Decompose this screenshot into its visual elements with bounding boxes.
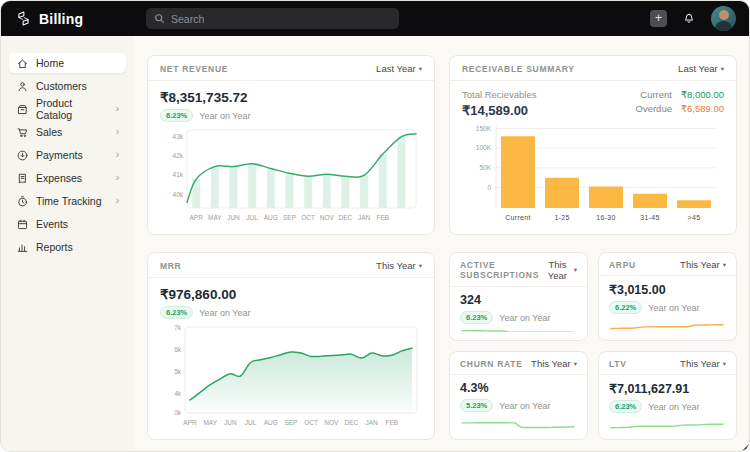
- sidebar-item-customers[interactable]: Customers: [9, 76, 126, 96]
- svg-text:JUL: JUL: [246, 214, 258, 221]
- sidebar-item-payments[interactable]: Payments›: [9, 145, 126, 165]
- ltv-sparkline: [609, 419, 726, 431]
- chevron-down-icon: ▾: [723, 360, 726, 368]
- card-title: MRR: [160, 261, 181, 271]
- period-label: Last Year: [678, 63, 718, 74]
- svg-text:SEP: SEP: [284, 419, 297, 426]
- svg-text:JUN: JUN: [224, 419, 237, 426]
- svg-text:6k: 6k: [174, 346, 182, 353]
- chevron-right-icon: ›: [116, 173, 119, 183]
- card-title: LTV: [609, 359, 627, 369]
- current-label: Current: [640, 89, 672, 100]
- yoy-label: Year on Year: [499, 313, 550, 323]
- period-dropdown[interactable]: This Year ▾: [680, 358, 726, 369]
- chevron-down-icon: ▾: [574, 360, 577, 368]
- period-label: This Year: [544, 259, 571, 281]
- total-receivables-label: Total Recievables: [462, 89, 536, 100]
- card-title: RECEIVABLE SUMMARY: [462, 64, 575, 74]
- period-label: This Year: [680, 259, 720, 270]
- sidebar-item-time-tracking[interactable]: Time Tracking›: [9, 191, 126, 211]
- overdue-value: ₹6,589.00: [681, 103, 724, 114]
- period-dropdown[interactable]: Last Year ▾: [376, 63, 422, 74]
- yoy-badge: 6.23%: [460, 311, 493, 324]
- card-arpu: ARPU This Year ▾ ₹3,015.00 6.22% Year on…: [598, 252, 737, 341]
- chevron-down-icon: ▾: [574, 266, 577, 274]
- period-dropdown[interactable]: Last Year ▾: [678, 63, 724, 74]
- svg-text:FEB: FEB: [376, 214, 389, 221]
- svg-text:DEC: DEC: [345, 419, 359, 426]
- total-receivables-value: ₹14,589.00: [462, 103, 536, 118]
- period-dropdown[interactable]: This Year ▾: [531, 358, 577, 369]
- dashboard: NET REVENUE Last Year ▾ ₹8,351,735.72 6.…: [134, 36, 749, 451]
- chevron-right-icon: ›: [116, 127, 119, 137]
- sidebar-item-home[interactable]: Home: [9, 53, 126, 73]
- product-catalog-icon: [16, 103, 29, 116]
- svg-text:0k: 0k: [174, 409, 182, 416]
- yoy-badge: 6.23%: [160, 306, 193, 319]
- svg-text:MAY: MAY: [203, 419, 217, 426]
- reports-icon: [16, 241, 29, 254]
- card-net-revenue: NET REVENUE Last Year ▾ ₹8,351,735.72 6.…: [147, 55, 435, 235]
- app-title: Billing: [39, 11, 83, 27]
- svg-text:1-25: 1-25: [554, 214, 569, 221]
- topbar: Billing +: [1, 1, 749, 36]
- metric-value: ₹3,015.00: [609, 282, 726, 297]
- yoy-label: Year on Year: [648, 402, 699, 412]
- mrr-chart: 7k6k5k4k0kAPRMAYJUNJULAUGSEPOCTNOVDECJAN…: [160, 321, 422, 433]
- svg-text:42k: 42k: [173, 152, 184, 159]
- svg-text:41k: 41k: [173, 171, 184, 178]
- period-dropdown[interactable]: This Year ▾: [680, 259, 726, 270]
- churn-rate-sparkline: [460, 418, 577, 431]
- sidebar-item-label: Time Tracking: [36, 195, 102, 207]
- sidebar-item-reports[interactable]: Reports: [9, 237, 126, 257]
- yoy-label: Year on Year: [648, 303, 699, 313]
- search-icon: [154, 13, 165, 24]
- chevron-down-icon: ▾: [721, 65, 724, 73]
- app-window: Billing + HomeCustomersProduct Catalog›S…: [0, 0, 750, 452]
- user-avatar[interactable]: [711, 6, 736, 31]
- sidebar-item-sales[interactable]: Sales›: [9, 122, 126, 142]
- sidebar-item-label: Expenses: [36, 172, 82, 184]
- chevron-down-icon: ▾: [419, 262, 422, 270]
- period-dropdown[interactable]: This Year ▾: [544, 259, 577, 281]
- svg-text:JUN: JUN: [227, 214, 240, 221]
- svg-text:Current: Current: [505, 214, 530, 221]
- metric-value: 4.3%: [460, 381, 577, 395]
- card-title: CHURN RATE: [460, 359, 523, 369]
- yoy-badge: 6.22%: [609, 301, 642, 314]
- svg-text:FEB: FEB: [385, 419, 398, 426]
- svg-text:MAY: MAY: [208, 214, 222, 221]
- svg-text:JAN: JAN: [358, 214, 371, 221]
- sidebar-item-events[interactable]: Events: [9, 214, 126, 234]
- svg-text:AUG: AUG: [264, 214, 278, 221]
- svg-text:>45: >45: [688, 214, 701, 221]
- sidebar-item-label: Product Catalog: [36, 97, 109, 121]
- sidebar-item-label: Sales: [36, 126, 62, 138]
- home-icon: [16, 57, 29, 70]
- sidebar-item-label: Customers: [36, 80, 87, 92]
- yoy-label: Year on Year: [499, 401, 550, 411]
- metric-value: ₹8,351,735.72: [160, 89, 422, 105]
- period-label: Last Year: [376, 63, 416, 74]
- search-input[interactable]: [171, 13, 391, 25]
- topbar-actions: +: [650, 6, 736, 31]
- period-dropdown[interactable]: This Year ▾: [376, 260, 422, 271]
- active-subscriptions-sparkline: [460, 330, 577, 332]
- sidebar-item-product-catalog[interactable]: Product Catalog›: [9, 99, 126, 119]
- card-mrr: MRR This Year ▾ ₹976,860.00 6.23% Year o…: [147, 252, 435, 440]
- card-title: ARPU: [609, 260, 636, 270]
- svg-text:NOV: NOV: [324, 419, 339, 426]
- svg-text:100K: 100K: [476, 144, 492, 151]
- svg-text:16-30: 16-30: [596, 214, 615, 221]
- chevron-right-icon: ›: [116, 104, 119, 114]
- svg-text:150K: 150K: [476, 125, 492, 132]
- sidebar-item-expenses[interactable]: Expenses›: [9, 168, 126, 188]
- quick-add-button[interactable]: +: [650, 10, 667, 27]
- notifications-bell-icon[interactable]: [682, 12, 696, 26]
- arpu-sparkline: [609, 320, 726, 332]
- card-title: NET REVENUE: [160, 64, 228, 74]
- svg-text:0: 0: [487, 184, 491, 191]
- search-box[interactable]: [146, 8, 399, 29]
- svg-text:JAN: JAN: [365, 419, 378, 426]
- chevron-right-icon: ›: [116, 150, 119, 160]
